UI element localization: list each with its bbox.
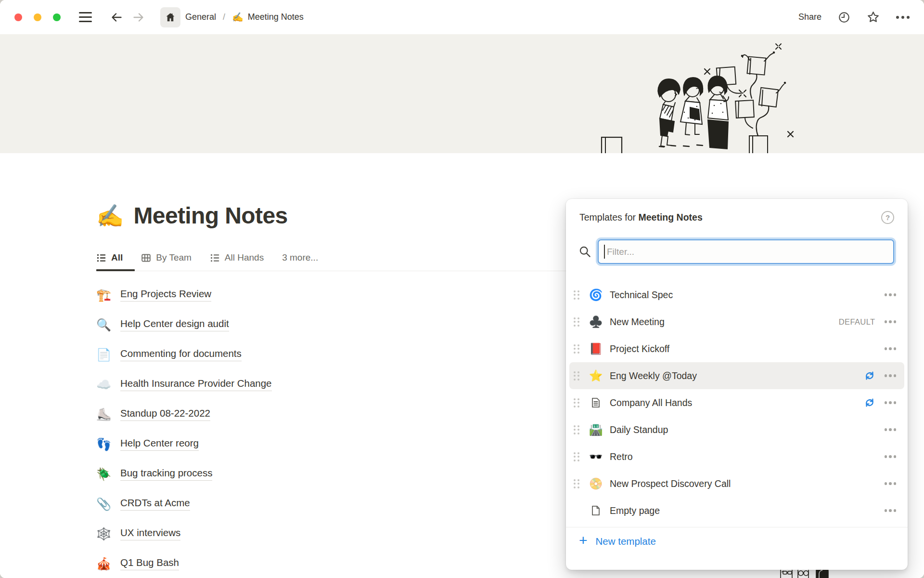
crane-emoji: 🏗️	[96, 289, 115, 301]
home-icon	[165, 12, 176, 23]
titlebar-actions: Share	[798, 11, 910, 24]
row-more-options-icon[interactable]	[885, 320, 897, 323]
tab-all-hands[interactable]: All Hands	[210, 252, 264, 263]
template-row[interactable]: 📀New Prospect Discovery Call	[566, 470, 908, 497]
traffic-lights	[14, 13, 61, 21]
ice-skate-emoji: ⛸️	[96, 408, 115, 420]
table-view-icon	[141, 253, 151, 263]
template-label: Retro	[610, 451, 633, 462]
back-arrow-icon	[109, 10, 124, 25]
titlebar: General / ✍️ Meeting Notes Share	[0, 0, 924, 34]
template-row[interactable]: 🛣️Daily Standup	[566, 416, 908, 443]
row-more-options-icon[interactable]	[885, 482, 897, 485]
drag-handle-icon[interactable]	[574, 290, 580, 300]
template-label: Daily Standup	[610, 424, 668, 435]
template-label: Technical Spec	[610, 289, 673, 301]
back-button[interactable]	[108, 9, 125, 26]
template-row[interactable]: Empty page	[566, 497, 908, 524]
document-page-icon	[588, 397, 603, 408]
default-badge: DEFAULT	[839, 317, 875, 327]
star-emoji: ⭐	[588, 370, 603, 381]
beetle-emoji: 🪲	[96, 468, 115, 480]
spider-web-emoji: 🕸️	[96, 528, 115, 540]
sunglasses-emoji: 🕶️	[588, 451, 603, 462]
tab-all[interactable]: All	[96, 252, 123, 263]
template-row[interactable]: Company All Hands	[566, 389, 908, 416]
drag-handle-icon[interactable]	[574, 425, 580, 434]
cyclone-emoji: 🌀	[588, 289, 603, 301]
drag-handle-icon[interactable]	[574, 398, 580, 407]
new-template-button[interactable]: + New template	[566, 527, 908, 548]
zoom-window-button[interactable]	[53, 13, 61, 21]
row-more-options-icon[interactable]	[885, 509, 897, 512]
page-title[interactable]: Meeting Notes	[133, 200, 287, 231]
template-label: Empty page	[610, 505, 660, 516]
updates-clock-icon[interactable]	[838, 11, 850, 24]
templates-popup-header: Templates for Meeting Notes ?	[579, 211, 894, 224]
template-row[interactable]: 🌀Technical Spec	[566, 281, 908, 308]
template-search-row	[578, 239, 894, 264]
page-cover	[0, 34, 924, 153]
template-row[interactable]: 🕶️Retro	[566, 443, 908, 470]
search-icon	[578, 245, 591, 258]
template-row[interactable]: ⭐Eng Weekly @Today	[569, 362, 904, 389]
drag-handle-icon[interactable]	[574, 479, 580, 488]
template-label: New Prospect Discovery Call	[610, 478, 731, 489]
breadcrumb-page[interactable]: Meeting Notes	[248, 12, 304, 22]
list-item-title: Eng Projects Review	[120, 288, 211, 302]
cover-illustration	[598, 40, 809, 153]
circus-tent-emoji: 🎪	[96, 558, 115, 570]
page-emoji: 📄	[96, 349, 115, 361]
new-template-label: New template	[596, 536, 656, 547]
breadcrumb-root[interactable]: General	[185, 12, 216, 22]
share-button[interactable]: Share	[798, 12, 821, 22]
drag-handle-icon[interactable]	[574, 371, 580, 381]
list-item-title: Q1 Bug Bash	[120, 557, 179, 570]
close-window-button[interactable]	[14, 13, 22, 21]
page-title-emoji-icon[interactable]: ✍️	[96, 205, 124, 227]
text-caret	[604, 245, 605, 259]
repeat-icon[interactable]	[864, 370, 875, 381]
template-label: Project Kickoff	[610, 343, 669, 355]
filter-input[interactable]	[598, 239, 894, 264]
minimize-window-button[interactable]	[34, 13, 41, 21]
drag-handle-icon[interactable]	[574, 452, 580, 461]
row-more-options-icon[interactable]	[885, 293, 897, 296]
list-item-title: Help Center design audit	[120, 318, 229, 331]
template-row[interactable]: ♣️New MeetingDEFAULT	[566, 308, 908, 335]
sidebar-toggle-icon[interactable]	[79, 12, 92, 22]
forward-button[interactable]	[130, 9, 147, 26]
more-options-icon[interactable]	[896, 16, 910, 19]
page-emoji-icon: ✍️	[232, 12, 244, 23]
breadcrumb-home-button[interactable]	[160, 7, 180, 27]
row-more-options-icon[interactable]	[885, 455, 897, 458]
list-item-title: Health Insurance Provider Change	[120, 378, 272, 391]
plus-icon: +	[579, 533, 588, 548]
template-rows: 🌀Technical Spec♣️New MeetingDEFAULT📕Proj…	[566, 281, 908, 524]
tab-3-more[interactable]: 3 more...	[282, 252, 318, 263]
tab-label: 3 more...	[282, 252, 318, 263]
breadcrumb-separator: /	[223, 12, 225, 22]
template-label: Eng Weekly @Today	[610, 370, 697, 381]
tab-by-team[interactable]: By Team	[141, 252, 192, 263]
notion-window: General / ✍️ Meeting Notes Share	[0, 0, 924, 578]
list-view-icon	[210, 253, 220, 263]
help-icon[interactable]: ?	[881, 211, 894, 224]
row-more-options-icon[interactable]	[885, 374, 897, 377]
template-label: New Meeting	[610, 316, 665, 328]
row-more-options-icon[interactable]	[885, 428, 897, 431]
tab-label: All Hands	[225, 252, 264, 263]
active-tab-underline	[96, 269, 135, 271]
favorite-star-icon[interactable]	[867, 11, 880, 24]
forward-arrow-icon	[131, 10, 146, 25]
repeat-icon[interactable]	[864, 397, 875, 408]
template-label: Company All Hands	[610, 397, 692, 408]
template-row[interactable]: 📕Project Kickoff	[566, 335, 908, 362]
tab-label: By Team	[156, 252, 192, 263]
red-book-emoji: 📕	[588, 343, 603, 355]
list-item-title: Commenting for documents	[120, 348, 242, 361]
row-more-options-icon[interactable]	[885, 347, 897, 350]
drag-handle-icon[interactable]	[574, 317, 580, 327]
drag-handle-icon[interactable]	[574, 344, 580, 354]
row-more-options-icon[interactable]	[885, 401, 897, 404]
